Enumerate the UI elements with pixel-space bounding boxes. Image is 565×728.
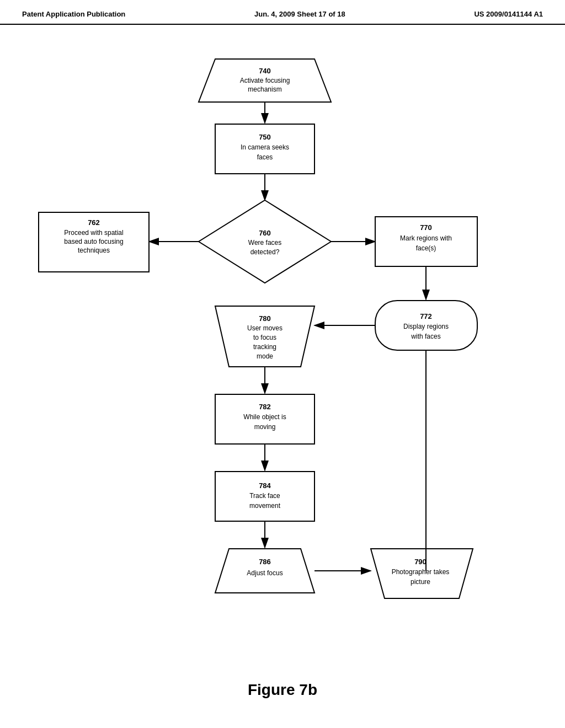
svg-text:moving: moving bbox=[254, 423, 276, 431]
svg-text:to focus: to focus bbox=[253, 334, 276, 341]
svg-text:790: 790 bbox=[414, 558, 427, 566]
svg-text:772: 772 bbox=[420, 312, 432, 320]
svg-text:mechanism: mechanism bbox=[248, 85, 281, 93]
svg-text:In camera seeks: In camera seeks bbox=[241, 143, 289, 151]
svg-text:While object is: While object is bbox=[243, 413, 286, 421]
svg-text:picture: picture bbox=[411, 578, 430, 586]
svg-text:Were faces: Were faces bbox=[248, 239, 281, 247]
page-header: Patent Application Publication Jun. 4, 2… bbox=[0, 0, 565, 25]
svg-text:faces: faces bbox=[257, 153, 273, 161]
svg-text:770: 770 bbox=[420, 223, 432, 232]
svg-text:760: 760 bbox=[259, 229, 271, 237]
svg-text:techniques: techniques bbox=[78, 247, 110, 254]
svg-text:782: 782 bbox=[259, 403, 271, 411]
figure-label: Figure 7b bbox=[248, 681, 317, 698]
svg-text:786: 786 bbox=[259, 558, 271, 566]
node-740-text: 740 bbox=[259, 67, 271, 75]
svg-text:Activate focusing: Activate focusing bbox=[240, 77, 290, 84]
svg-text:User moves: User moves bbox=[247, 324, 282, 332]
diagram-area: 740 Activate focusing mechanism 750 In c… bbox=[0, 25, 565, 676]
svg-text:Display regions: Display regions bbox=[403, 323, 449, 330]
svg-text:Proceed with spatial: Proceed with spatial bbox=[64, 229, 123, 237]
figure-caption: Figure 7b bbox=[0, 676, 565, 710]
header-right: US 2009/0141144 A1 bbox=[474, 10, 543, 18]
header-middle: Jun. 4, 2009 Sheet 17 of 18 bbox=[254, 10, 345, 18]
svg-text:762: 762 bbox=[88, 218, 100, 227]
svg-text:based auto focusing: based auto focusing bbox=[64, 238, 123, 245]
header-left: Patent Application Publication bbox=[22, 10, 125, 18]
svg-text:face(s): face(s) bbox=[416, 244, 436, 252]
svg-text:784: 784 bbox=[259, 481, 271, 490]
svg-text:Photographer takes: Photographer takes bbox=[392, 568, 450, 576]
svg-text:750: 750 bbox=[259, 133, 271, 141]
svg-text:movement: movement bbox=[249, 502, 281, 510]
svg-text:detected?: detected? bbox=[250, 248, 280, 256]
svg-text:mode: mode bbox=[257, 352, 273, 360]
svg-text:780: 780 bbox=[259, 314, 271, 323]
flowchart-svg: 740 Activate focusing mechanism 750 In c… bbox=[0, 25, 565, 659]
svg-text:Mark regions with: Mark regions with bbox=[400, 234, 452, 242]
svg-text:Track face: Track face bbox=[249, 492, 280, 500]
svg-text:tracking: tracking bbox=[253, 343, 276, 351]
svg-text:Adjust focus: Adjust focus bbox=[247, 569, 282, 577]
svg-text:with faces: with faces bbox=[411, 333, 440, 340]
